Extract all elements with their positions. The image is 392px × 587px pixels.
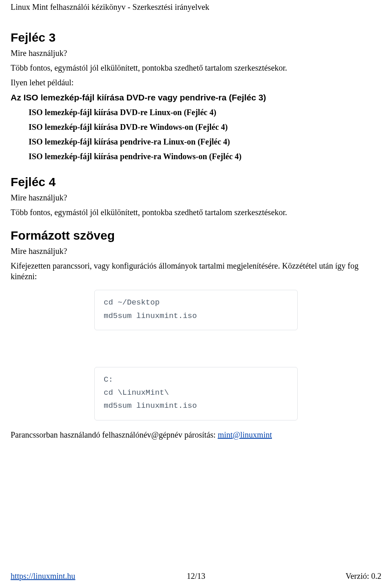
heading-fejlec-3: Fejléc 3 (11, 29, 381, 45)
section3-intro: Ilyen lehet például: (11, 77, 381, 88)
cmdline-prefix: Parancssorban használandó felhasználónév… (11, 430, 218, 439)
example-item-list: ISO lemezkép-fájl kiírása DVD-re Linux-o… (11, 107, 381, 162)
section3-description: Több fontos, egymástól jól elkülönített,… (11, 62, 381, 73)
section3-question: Mire használjuk? (11, 48, 381, 58)
code-block-windows: C: cd \LinuxMint\ md5sum linuxmint.iso (94, 367, 298, 420)
formatted-question: Mire használjuk? (11, 246, 381, 256)
list-item: ISO lemezkép-fájl kiírása pendrive-ra Wi… (29, 151, 381, 162)
page: Linux Mint felhasználói kézikönyv - Szer… (0, 0, 392, 587)
page-header: Linux Mint felhasználói kézikönyv - Szer… (11, 2, 381, 12)
page-footer: 12/13 https://linuxmint.hu Verzió: 0.2 (11, 571, 381, 581)
list-item: ISO lemezkép-fájl kiírása DVD-re Linux-o… (29, 107, 381, 118)
footer-version: Verzió: 0.2 (345, 571, 381, 581)
code-block-linux: cd ~/Desktop md5sum linuxmint.iso (94, 290, 298, 330)
heading-fejlec-4: Fejléc 4 (11, 174, 381, 190)
cmdline-pairing-text: Parancssorban használandó felhasználónév… (11, 429, 381, 440)
section4-description: Több fontos, egymástól jól elkülönített,… (11, 207, 381, 218)
heading-formatted-text: Formázott szöveg (11, 227, 381, 243)
cmdline-email-link[interactable]: mint@linuxmint (218, 430, 272, 439)
example-heading-iso: Az ISO lemezkép-fájl kiírása DVD-re vagy… (11, 92, 381, 103)
section4-question: Mire használjuk? (11, 192, 381, 203)
footer-url-link[interactable]: https://linuxmint.hu (11, 571, 75, 580)
formatted-description: Kifejezetten parancssori, vagy konfigurá… (11, 260, 381, 282)
list-item: ISO lemezkép-fájl kiírása DVD-re Windows… (29, 122, 381, 132)
list-item: ISO lemezkép-fájl kiírása pendrive-ra Li… (29, 136, 381, 147)
